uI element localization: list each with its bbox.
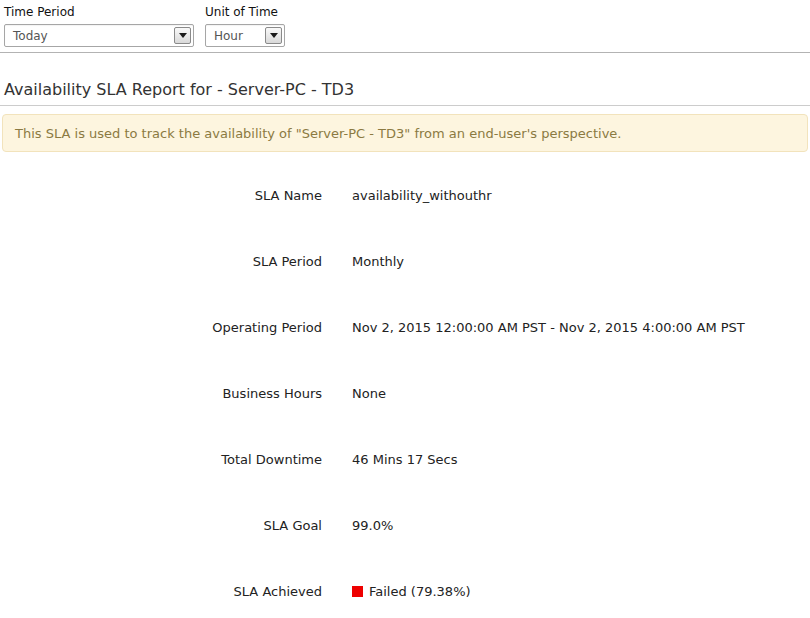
- report-row-sla-achieved: SLA Achieved Failed (79.38%): [0, 558, 810, 618]
- unit-of-time-selected-value: Hour: [206, 29, 265, 43]
- report-row-business-hours: Business Hours None: [0, 360, 810, 426]
- time-period-selected-value: Today: [5, 29, 174, 43]
- page-title: Availability SLA Report for - Server-PC …: [4, 80, 354, 99]
- report-row-sla-name: SLA Name availability_withouthr: [0, 162, 810, 228]
- row-label: Business Hours: [0, 386, 322, 401]
- row-label: SLA Achieved: [0, 584, 322, 599]
- report-row-operating-period: Operating Period Nov 2, 2015 12:00:00 AM…: [0, 294, 810, 360]
- row-label: SLA Period: [0, 254, 322, 269]
- sla-info-banner: This SLA is used to track the availabili…: [2, 114, 808, 152]
- sla-achieved-text: Failed (79.38%): [369, 584, 471, 599]
- row-value: Failed (79.38%): [352, 584, 471, 599]
- sla-report-details: SLA Name availability_withouthr SLA Peri…: [0, 162, 810, 618]
- chevron-down-icon[interactable]: [174, 27, 191, 44]
- toolbar: Time Period Today Unit of Time Hour: [0, 0, 810, 53]
- row-value: None: [352, 386, 386, 401]
- unit-of-time-label: Unit of Time: [205, 5, 285, 19]
- sla-failed-status-icon: [352, 586, 363, 597]
- report-row-total-downtime: Total Downtime 46 Mins 17 Secs: [0, 426, 810, 492]
- row-label: SLA Goal: [0, 518, 322, 533]
- row-label: Operating Period: [0, 320, 322, 335]
- unit-of-time-field: Unit of Time Hour: [205, 5, 285, 47]
- time-period-field: Time Period Today: [4, 5, 194, 47]
- row-label: Total Downtime: [0, 452, 322, 467]
- row-value: Nov 2, 2015 12:00:00 AM PST - Nov 2, 201…: [352, 320, 745, 335]
- time-period-select[interactable]: Today: [4, 24, 194, 47]
- row-value: 99.0%: [352, 518, 393, 533]
- chevron-down-icon[interactable]: [265, 27, 282, 44]
- unit-of-time-select[interactable]: Hour: [205, 24, 285, 47]
- time-period-label: Time Period: [4, 5, 194, 19]
- title-divider: [0, 105, 810, 106]
- report-row-sla-period: SLA Period Monthly: [0, 228, 810, 294]
- report-row-sla-goal: SLA Goal 99.0%: [0, 492, 810, 558]
- row-value: availability_withouthr: [352, 188, 492, 203]
- row-value: Monthly: [352, 254, 404, 269]
- row-label: SLA Name: [0, 188, 322, 203]
- row-value: 46 Mins 17 Secs: [352, 452, 458, 467]
